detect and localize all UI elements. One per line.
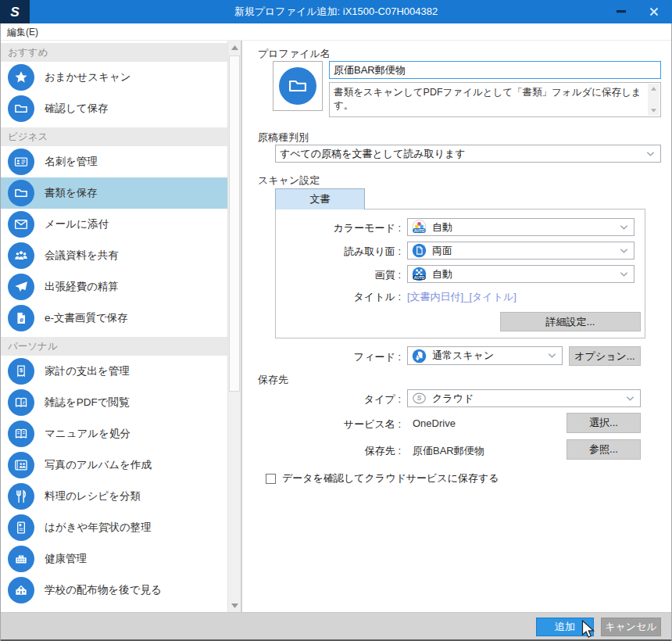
sidebar-item-photo-album[interactable]: 写真のアルバムを作成: [0, 449, 227, 481]
chevron-down-icon: [548, 353, 556, 359]
feed-select[interactable]: 通常スキャン: [407, 346, 563, 365]
profile-template-sidebar: おすすめ おまかせスキャン 確認して保存 ビジネス 名刺を管理 書類を保存 メー…: [0, 41, 227, 612]
sidebar-item-label: 料理のレシピを分類: [45, 489, 141, 503]
scansnap-logo: S: [0, 0, 30, 23]
checkbox-unchecked-icon[interactable]: [266, 474, 276, 484]
sidebar-item-business-cards[interactable]: 名刺を管理: [0, 146, 227, 177]
scrollbar-thumb[interactable]: [229, 56, 240, 392]
sidebar-item-label: 名刺を管理: [45, 155, 98, 169]
sidebar-item-edoc-quality-save[interactable]: e e-文書画質で保存: [0, 303, 227, 334]
sidebar-item-auto-scan[interactable]: おまかせスキャン: [0, 62, 227, 93]
save-type-value: クラウド: [432, 392, 474, 406]
sidebar-item-save-documents[interactable]: 書類を保存: [0, 177, 227, 209]
chevron-down-icon: [620, 224, 628, 231]
svg-text:AUTO: AUTO: [414, 229, 425, 233]
sidebar-item-recipes[interactable]: 料理のレシピを分類: [0, 481, 227, 512]
sidebar-section-header: パーソナル: [0, 337, 227, 356]
scan-side-value: 両面: [432, 244, 452, 258]
receipt-icon: $: [8, 358, 34, 385]
scroll-down-icon[interactable]: [228, 599, 241, 612]
sidebar-item-school-handouts[interactable]: 学校の配布物を後で見る: [0, 575, 227, 606]
tab-document[interactable]: 文書: [275, 188, 365, 209]
title-format-value[interactable]: [文書内日付]_[タイトル]: [407, 290, 517, 304]
doc-type-label: 原稿種判別: [258, 131, 309, 145]
service-name-label: サービス名 :: [262, 417, 401, 432]
select-service-button[interactable]: 選択...: [567, 413, 641, 433]
scan-settings-label: スキャン設定: [258, 174, 320, 188]
feed-value: 通常スキャン: [432, 349, 494, 363]
duplex-icon: [412, 243, 427, 258]
sidebar-item-label: 健康管理: [45, 552, 87, 566]
color-mode-label: カラーモード :: [262, 221, 401, 235]
people-icon: [8, 242, 34, 269]
airplane-icon: [8, 274, 34, 300]
browse-button[interactable]: 参照...: [567, 439, 641, 460]
color-auto-icon: AUTO: [412, 220, 427, 235]
options-button[interactable]: オプション...: [569, 346, 641, 366]
close-button[interactable]: [641, 0, 667, 23]
feed-icon: [412, 349, 427, 363]
image-quality-value: 自動: [432, 267, 452, 281]
cancel-button[interactable]: キャンセル: [601, 618, 661, 636]
sidebar-item-postcards[interactable]: はがきや年賀状の整理: [0, 512, 227, 543]
folder-icon: [8, 180, 34, 206]
save-destination-label: 保存先: [258, 373, 288, 387]
confirm-upload-checkbox-row[interactable]: データを確認してクラウドサービスに保存する: [266, 471, 499, 485]
color-mode-select[interactable]: AUTO 自動: [407, 218, 634, 236]
close-icon: [649, 7, 659, 16]
profile-name-label: プロファイル名: [258, 47, 331, 61]
scroll-up-icon[interactable]: [228, 41, 241, 54]
sidebar-item-label: 学校の配布物を後で見る: [45, 583, 162, 597]
sidebar-item-magazines-pdf[interactable]: 雑誌をPDFで閲覧: [0, 387, 227, 418]
dialog-footer: 追加 キャンセル: [0, 612, 672, 639]
hospital-icon: [8, 546, 34, 572]
sidebar-item-health[interactable]: 健康管理: [0, 543, 227, 575]
window-titlebar[interactable]: S 新規プロファイル追加: iX1500-C07H004382: [0, 0, 672, 23]
menu-edit[interactable]: 編集(E): [0, 23, 45, 41]
image-quality-select[interactable]: AUTO 自動: [407, 265, 634, 283]
folder-icon: [8, 95, 34, 122]
svg-text:S: S: [10, 4, 20, 20]
business-card-icon: [8, 149, 34, 175]
profile-name-input[interactable]: [329, 61, 661, 79]
sidebar-scrollbar[interactable]: [227, 41, 241, 612]
mail-icon: [8, 211, 34, 238]
sidebar-item-label: 会議資料を共有: [45, 249, 119, 263]
sidebar-item-verify-save[interactable]: 確認して保存: [0, 93, 227, 124]
scan-side-select[interactable]: 両面: [407, 242, 634, 260]
sidebar-section-header: おすすめ: [0, 43, 227, 62]
scansnap-s-icon: S: [6, 3, 23, 20]
description-scrollbar[interactable]: [648, 84, 659, 116]
sidebar-item-dispose-manuals[interactable]: マニュアルを処分: [0, 418, 227, 449]
sidebar-section-header: ビジネス: [0, 127, 227, 146]
svg-text:S: S: [417, 394, 422, 402]
sidebar-item-travel-expense[interactable]: 出張経費の精算: [0, 271, 227, 303]
scroll-up-icon[interactable]: [648, 84, 659, 94]
profile-icon-box[interactable]: [273, 61, 323, 111]
star-icon: [8, 64, 34, 91]
save-dest-row-label: 保存先 :: [262, 444, 401, 458]
svg-text:AUTO: AUTO: [414, 276, 425, 280]
feed-label: フィード :: [262, 350, 401, 364]
profile-description-box[interactable]: 書類をスキャンしてPDFファイルとして「書類」フォルダに保存します。: [329, 82, 661, 117]
color-mode-value: 自動: [432, 220, 452, 235]
doc-type-select[interactable]: すべての原稿を文書として読み取ります: [275, 145, 661, 163]
sidebar-item-label: 写真のアルバムを作成: [45, 458, 152, 472]
sidebar-item-label: はがきや年賀状の整理: [45, 521, 152, 535]
save-type-select[interactable]: S クラウド: [407, 389, 641, 407]
service-name-value: OneDrive: [413, 417, 456, 429]
sidebar-item-attach-email[interactable]: メールに添付: [0, 209, 227, 240]
menu-bar: 編集(E): [0, 23, 672, 41]
sidebar-item-household-expense[interactable]: $ 家計の支出を管理: [0, 356, 227, 387]
sidebar-item-label: マニュアルを処分: [45, 427, 130, 441]
photo-album-icon: [8, 452, 34, 478]
save-type-label: タイプ :: [262, 392, 401, 406]
scan-side-label: 読み取り面 :: [262, 245, 401, 259]
detail-settings-button[interactable]: 詳細設定...: [500, 312, 641, 331]
sidebar-item-share-meeting-docs[interactable]: 会議資料を共有: [0, 240, 227, 271]
sidebar-item-label: e-文書画質で保存: [45, 311, 128, 325]
minimize-button[interactable]: [608, 0, 634, 23]
chevron-down-icon: [626, 396, 634, 402]
postcard-icon: [8, 514, 34, 541]
scroll-down-icon[interactable]: [648, 106, 659, 116]
